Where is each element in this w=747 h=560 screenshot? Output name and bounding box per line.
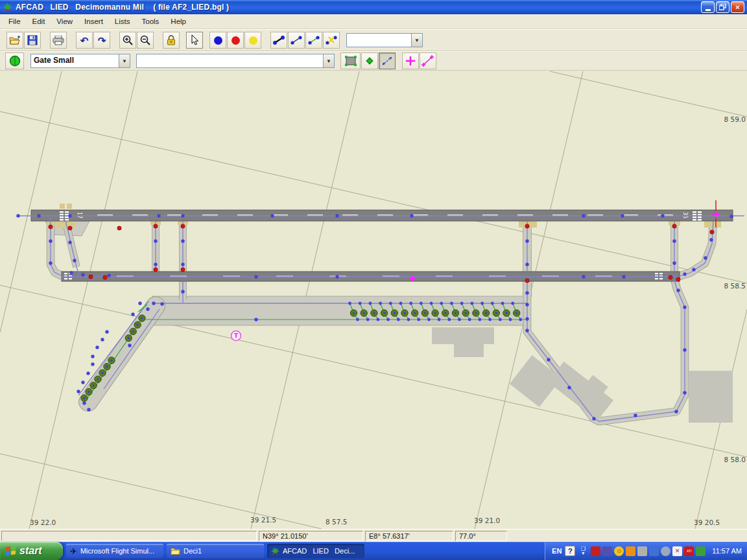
path-node[interactable] bbox=[82, 401, 86, 404]
path-node[interactable] bbox=[138, 301, 141, 305]
path-node[interactable] bbox=[491, 302, 494, 305]
add-path-point-tool-button[interactable] bbox=[420, 52, 436, 69]
path-node[interactable] bbox=[348, 302, 351, 305]
junction-node[interactable] bbox=[117, 226, 121, 230]
link-tool-button[interactable] bbox=[270, 32, 287, 49]
path-node[interactable] bbox=[37, 214, 40, 217]
path-node[interactable] bbox=[356, 318, 359, 321]
path-edit-tool-button[interactable] bbox=[379, 52, 396, 69]
vertex-tool-button[interactable] bbox=[361, 52, 378, 69]
path-node[interactable] bbox=[73, 259, 76, 262]
combo-dropdown-arrow[interactable]: ▼ bbox=[323, 54, 334, 67]
path-node[interactable] bbox=[397, 318, 400, 321]
path-node[interactable] bbox=[181, 262, 184, 266]
menu-lists[interactable]: Lists bbox=[109, 16, 136, 27]
path-node[interactable] bbox=[460, 302, 464, 305]
path-node[interactable] bbox=[410, 214, 413, 217]
path-node[interactable] bbox=[81, 273, 84, 276]
path-node[interactable] bbox=[68, 240, 71, 244]
path-node[interactable] bbox=[335, 275, 338, 278]
silver-orb-icon[interactable] bbox=[661, 546, 670, 556]
path-node[interactable] bbox=[49, 261, 52, 264]
path-node[interactable] bbox=[525, 317, 528, 320]
path-node[interactable] bbox=[672, 261, 676, 264]
path-node[interactable] bbox=[91, 362, 94, 366]
path-node[interactable] bbox=[458, 318, 461, 321]
smiley-messenger-icon[interactable]: ☺ bbox=[614, 546, 624, 556]
path-node[interactable] bbox=[366, 318, 370, 321]
junction-node[interactable] bbox=[676, 277, 680, 281]
path-node[interactable] bbox=[709, 238, 713, 241]
path-node[interactable] bbox=[146, 307, 149, 310]
path-node[interactable] bbox=[525, 239, 528, 242]
path-node[interactable] bbox=[131, 312, 134, 316]
path-node[interactable] bbox=[471, 302, 474, 305]
blue-user-icon[interactable] bbox=[649, 546, 659, 556]
path-node[interactable] bbox=[49, 239, 52, 242]
path-node[interactable] bbox=[270, 214, 274, 217]
junction-node[interactable] bbox=[181, 268, 185, 272]
junction-node[interactable] bbox=[68, 226, 72, 230]
path-node[interactable] bbox=[359, 302, 362, 305]
path-node[interactable] bbox=[511, 302, 514, 305]
red-node-tool-button[interactable] bbox=[227, 32, 244, 49]
junction-node[interactable] bbox=[525, 224, 529, 228]
path-node[interactable] bbox=[582, 275, 585, 278]
junction-node[interactable] bbox=[103, 275, 107, 279]
junction-node[interactable] bbox=[49, 225, 53, 229]
path-node[interactable] bbox=[525, 262, 528, 266]
junction-node[interactable] bbox=[181, 224, 185, 228]
ati-icon[interactable]: ATI bbox=[684, 546, 694, 556]
junction-node[interactable] bbox=[710, 230, 714, 234]
path-node[interactable] bbox=[683, 391, 686, 394]
path-node[interactable] bbox=[254, 318, 257, 321]
yellow-node-tool-button[interactable] bbox=[244, 32, 261, 49]
link-type-combo[interactable]: ▼ bbox=[346, 33, 423, 47]
path-node[interactable] bbox=[501, 302, 504, 305]
path-node[interactable] bbox=[519, 318, 522, 321]
title-bar[interactable]: AFCAD LIED Decimomannu Mil ( file AF2_LI… bbox=[0, 0, 747, 14]
minimize-button[interactable] bbox=[701, 1, 715, 13]
path-node[interactable] bbox=[683, 348, 686, 351]
taskbar-item-flight-simulator[interactable]: ✈ Microsoft Flight Simul... bbox=[66, 544, 163, 558]
path-node[interactable] bbox=[386, 318, 390, 321]
language-help-button[interactable]: ? bbox=[565, 546, 575, 556]
path-node[interactable] bbox=[499, 318, 502, 321]
path-node[interactable] bbox=[399, 302, 403, 305]
open-button[interactable] bbox=[6, 32, 23, 49]
junction-node[interactable] bbox=[89, 275, 93, 279]
path-node[interactable] bbox=[525, 303, 528, 306]
path-node[interactable] bbox=[450, 302, 453, 305]
path-node[interactable] bbox=[69, 271, 73, 274]
junction-node[interactable] bbox=[154, 268, 158, 272]
path-node[interactable] bbox=[479, 318, 482, 321]
path-node[interactable] bbox=[525, 329, 528, 332]
path-node[interactable] bbox=[91, 355, 94, 358]
path-node[interactable] bbox=[509, 318, 512, 321]
add-point-tool-button[interactable] bbox=[402, 52, 419, 69]
path-node[interactable] bbox=[704, 256, 707, 259]
junction-node[interactable] bbox=[669, 275, 672, 279]
path-node[interactable] bbox=[676, 288, 680, 292]
path-node[interactable] bbox=[692, 268, 695, 271]
path-node[interactable] bbox=[157, 214, 160, 217]
green-removable-icon[interactable] bbox=[696, 546, 706, 556]
zoom-out-button[interactable] bbox=[137, 32, 154, 49]
path-node[interactable] bbox=[729, 215, 733, 218]
select-tool-button[interactable] bbox=[186, 32, 203, 49]
red-tool-icon[interactable] bbox=[591, 546, 600, 556]
menu-file[interactable]: File bbox=[3, 16, 27, 27]
purple-window-icon[interactable] bbox=[602, 546, 612, 556]
path-node[interactable] bbox=[86, 371, 89, 375]
print-button[interactable] bbox=[50, 32, 67, 49]
menu-insert[interactable]: Insert bbox=[78, 16, 109, 27]
restore-button[interactable] bbox=[716, 1, 729, 13]
apron-tool-button[interactable] bbox=[340, 52, 361, 69]
combo-dropdown-arrow[interactable]: ▼ bbox=[411, 34, 422, 47]
path-node[interactable] bbox=[674, 410, 678, 413]
path-node[interactable] bbox=[377, 318, 380, 321]
path-node[interactable] bbox=[525, 291, 528, 294]
gate-name-combo[interactable]: ▼ bbox=[136, 54, 335, 68]
path-node[interactable] bbox=[77, 390, 80, 393]
path-node[interactable] bbox=[621, 214, 624, 217]
